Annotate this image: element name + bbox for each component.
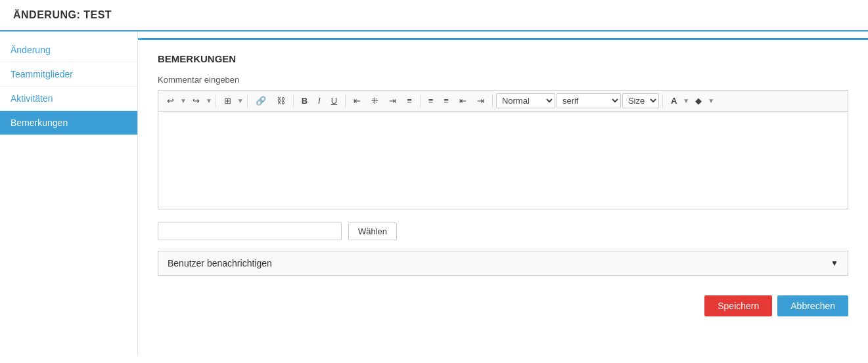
wahlen-button[interactable]: Wählen (348, 223, 397, 240)
separator-1 (216, 95, 216, 108)
sidebar-item-teammitglieder[interactable]: Teammitglieder (0, 62, 137, 87)
file-row: Wählen (158, 223, 848, 240)
unordered-list-button[interactable]: ≡ (439, 93, 453, 108)
underline-button[interactable]: U (327, 93, 342, 108)
sidebar-item-aenderung[interactable]: Änderung (0, 38, 137, 62)
notify-chevron-icon: ▼ (831, 259, 838, 268)
redo-button[interactable]: ↪ (188, 93, 204, 108)
unlink-button[interactable]: ⛓ (272, 93, 290, 108)
comment-editor[interactable] (158, 111, 848, 209)
separator-6 (492, 95, 493, 108)
align-center-button[interactable]: ⁜ (367, 93, 383, 108)
link-button[interactable]: 🔗 (251, 93, 271, 108)
font-color-button[interactable]: A (666, 93, 681, 108)
style-select[interactable]: Normal Heading 1 Heading 2 (496, 93, 555, 108)
ordered-list-button[interactable]: ≡ (424, 93, 438, 108)
highlight-arrow[interactable]: ▼ (708, 97, 714, 104)
undo-dropdown-arrow[interactable]: ▼ (180, 97, 187, 104)
separator-5 (420, 95, 421, 108)
notify-label: Benutzer benachrichtigen (168, 258, 272, 268)
separator-4 (345, 95, 346, 108)
highlight-button[interactable]: ◆ (691, 93, 706, 108)
separator-2 (247, 95, 248, 108)
indent-button[interactable]: ⇥ (472, 93, 489, 108)
file-input[interactable] (158, 223, 342, 240)
page-title: ÄNDERUNG: TEST (13, 9, 855, 21)
font-select[interactable]: serif sans-serif monospace (557, 93, 621, 108)
kommentar-label: Kommentar eingeben (158, 75, 848, 85)
notify-section: Benutzer benachrichtigen ▼ (158, 251, 848, 276)
save-button[interactable]: Speichern (704, 295, 772, 316)
align-right-button[interactable]: ⇥ (384, 93, 401, 108)
outdent-button[interactable]: ⇤ (455, 93, 471, 108)
main-content: BEMERKUNGEN Kommentar eingeben ↩ ▼ ↪ ▼ ⊞… (138, 38, 868, 355)
sidebar: Änderung Teammitglieder Aktivitäten Beme… (0, 32, 138, 355)
separator-3 (293, 95, 294, 108)
bold-button[interactable]: B (297, 93, 312, 108)
notify-header[interactable]: Benutzer benachrichtigen ▼ (158, 251, 848, 275)
table-dropdown-arrow[interactable]: ▼ (237, 97, 244, 104)
redo-dropdown-arrow[interactable]: ▼ (206, 97, 212, 104)
separator-7 (662, 95, 663, 108)
undo-button[interactable]: ↩ (162, 93, 179, 108)
page-header: ÄNDERUNG: TEST (0, 0, 868, 32)
section-title: BEMERKUNGEN (158, 53, 848, 64)
sidebar-item-aktivitaeten[interactable]: Aktivitäten (0, 87, 137, 111)
cancel-button[interactable]: Abbrechen (777, 295, 848, 316)
font-color-arrow[interactable]: ▼ (683, 97, 689, 104)
layout: Änderung Teammitglieder Aktivitäten Beme… (0, 32, 868, 355)
align-left-button[interactable]: ⇤ (349, 93, 365, 108)
size-select[interactable]: Size 8 10 12 14 16 18 24 (622, 93, 659, 108)
italic-button[interactable]: I (313, 93, 325, 108)
sidebar-item-bemerkungen[interactable]: Bemerkungen (0, 111, 137, 135)
footer-actions: Speichern Abbrechen (158, 295, 848, 330)
table-button[interactable]: ⊞ (219, 93, 236, 108)
editor-toolbar: ↩ ▼ ↪ ▼ ⊞ ▼ 🔗 ⛓ B I U ⇤ ⁜ ⇥ ≡ ≡ ≡ ⇤ ⇥ (158, 90, 848, 111)
justify-button[interactable]: ≡ (402, 93, 417, 108)
